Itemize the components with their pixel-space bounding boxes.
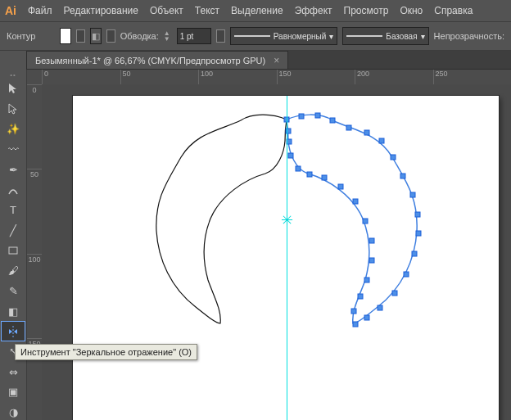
tool-panel: •• ✨ 〰 ✒ T ╱ 🖌 ✎ ◧ ⤡ ⇔ ▣ ◑: [0, 70, 27, 420]
svg-rect-28: [307, 172, 312, 177]
selection-type-label: Контур: [7, 31, 35, 41]
brush-dropdown[interactable]: Базовая▾: [342, 27, 428, 45]
ruler-h-tick: 100: [198, 70, 277, 84]
document-tab-title: Безымянный-1* @ 66,67% (CMYK/Предпросмот…: [35, 56, 265, 65]
ruler-origin[interactable]: [27, 70, 43, 85]
app-logo: Ai: [5, 4, 16, 17]
ruler-v-tick: 100: [27, 254, 42, 338]
svg-rect-7: [379, 138, 384, 143]
vertical-guide[interactable]: [287, 96, 287, 420]
svg-rect-25: [353, 199, 358, 204]
panel-grip[interactable]: ••: [10, 71, 16, 79]
svg-rect-10: [410, 192, 415, 197]
reflect-tool[interactable]: [1, 321, 25, 341]
svg-rect-0: [9, 247, 17, 254]
ruler-h-tick: 150: [277, 70, 355, 84]
width-tool[interactable]: ⇔: [1, 362, 25, 382]
ruler-h-tick: 0: [42, 70, 120, 84]
horizontal-ruler[interactable]: 0 50 100 150 200 250: [42, 70, 511, 85]
svg-rect-2: [299, 114, 304, 119]
shape-builder-tool[interactable]: ◑: [1, 402, 25, 420]
menu-edit[interactable]: Редактирование: [64, 5, 138, 16]
svg-rect-27: [322, 175, 327, 180]
svg-rect-5: [346, 125, 351, 130]
rectangle-tool[interactable]: [1, 241, 25, 261]
direct-selection-tool[interactable]: [1, 99, 25, 120]
menu-view[interactable]: Просмотр: [344, 5, 389, 16]
anchor-points[interactable]: [284, 113, 421, 327]
svg-rect-19: [351, 309, 356, 314]
ruler-h-tick: 50: [120, 70, 199, 84]
svg-rect-3: [315, 113, 320, 118]
control-bar: Контур Обводка: ▲▼ Равномерный▾ Базовая▾…: [0, 22, 511, 51]
profile-label: Равномерный: [274, 32, 327, 41]
close-icon[interactable]: ×: [274, 55, 279, 66]
svg-rect-9: [400, 174, 405, 178]
canvas-area: 0 50 100 150 200 250 0 50 100 150: [27, 70, 511, 420]
type-tool[interactable]: T: [1, 200, 25, 220]
paintbrush-tool[interactable]: 🖌: [1, 260, 25, 281]
fill-swatch[interactable]: [60, 28, 71, 44]
artboard: ✳: [73, 96, 499, 420]
svg-rect-26: [338, 184, 343, 189]
svg-rect-8: [391, 155, 396, 160]
document-tab-bar: Безымянный-1* @ 66,67% (CMYK/Предпросмот…: [26, 51, 511, 70]
magic-wand-tool[interactable]: ✨: [1, 119, 25, 139]
svg-rect-12: [416, 231, 421, 236]
menu-type[interactable]: Текст: [195, 5, 219, 16]
svg-rect-18: [353, 322, 358, 327]
curvature-tool[interactable]: [1, 180, 25, 201]
menu-object[interactable]: Объект: [150, 5, 183, 16]
svg-rect-30: [288, 153, 293, 158]
stroke-swatch[interactable]: [90, 28, 102, 44]
ruler-h-tick: 250: [433, 70, 512, 84]
ruler-v-tick: 0: [27, 84, 42, 169]
menu-file[interactable]: Файл: [28, 5, 52, 16]
profile-dropdown[interactable]: Равномерный▾: [230, 27, 338, 45]
menu-help[interactable]: Справка: [434, 5, 473, 16]
svg-rect-17: [364, 315, 369, 320]
stroke-stepper[interactable]: ▲▼: [164, 30, 170, 42]
fill-dropdown-icon[interactable]: [76, 29, 85, 43]
svg-rect-4: [330, 118, 335, 123]
canvas[interactable]: ✳: [42, 84, 511, 420]
line-tool[interactable]: ╱: [1, 220, 25, 241]
svg-rect-15: [392, 291, 397, 296]
menu-select[interactable]: Выделение: [231, 5, 283, 16]
stroke-label[interactable]: Обводка:: [120, 31, 159, 41]
eraser-tool[interactable]: ◧: [1, 301, 25, 322]
stroke-weight-input[interactable]: [177, 28, 211, 44]
svg-rect-20: [358, 294, 363, 299]
svg-rect-14: [404, 272, 409, 277]
free-transform-tool[interactable]: ▣: [1, 382, 25, 403]
stroke-dropdown-icon[interactable]: [106, 29, 115, 43]
shaper-tool[interactable]: ✎: [1, 281, 25, 301]
svg-rect-21: [364, 278, 369, 282]
svg-rect-13: [412, 251, 417, 256]
transform-origin-icon[interactable]: ✳: [281, 211, 293, 229]
opacity-label[interactable]: Непрозрачность:: [434, 31, 504, 41]
brush-label: Базовая: [386, 32, 417, 41]
document-tab[interactable]: Безымянный-1* @ 66,67% (CMYK/Предпросмот…: [26, 51, 288, 69]
vertical-ruler[interactable]: 0 50 100 150: [27, 84, 43, 420]
svg-rect-16: [378, 305, 382, 310]
menu-bar: Ai Файл Редактирование Объект Текст Выде…: [0, 0, 511, 22]
menu-window[interactable]: Окно: [400, 5, 423, 16]
svg-rect-6: [364, 130, 369, 135]
ruler-v-tick: 50: [27, 169, 42, 253]
stroke-weight-dropdown-icon[interactable]: [216, 29, 225, 43]
svg-rect-29: [296, 166, 301, 171]
svg-rect-23: [369, 238, 374, 243]
lasso-tool[interactable]: 〰: [1, 139, 25, 160]
selection-tool[interactable]: [1, 79, 25, 99]
artwork-svg: [73, 96, 499, 420]
svg-rect-24: [363, 219, 368, 224]
tool-tooltip: Инструмент "Зеркальное отражение" (O): [15, 344, 197, 360]
pen-tool[interactable]: ✒: [1, 160, 25, 180]
left-shape-path[interactable]: [156, 115, 287, 323]
svg-rect-22: [369, 258, 374, 263]
menu-effect[interactable]: Эффект: [295, 5, 332, 16]
svg-rect-11: [415, 212, 420, 217]
ruler-h-tick: 200: [355, 70, 433, 84]
